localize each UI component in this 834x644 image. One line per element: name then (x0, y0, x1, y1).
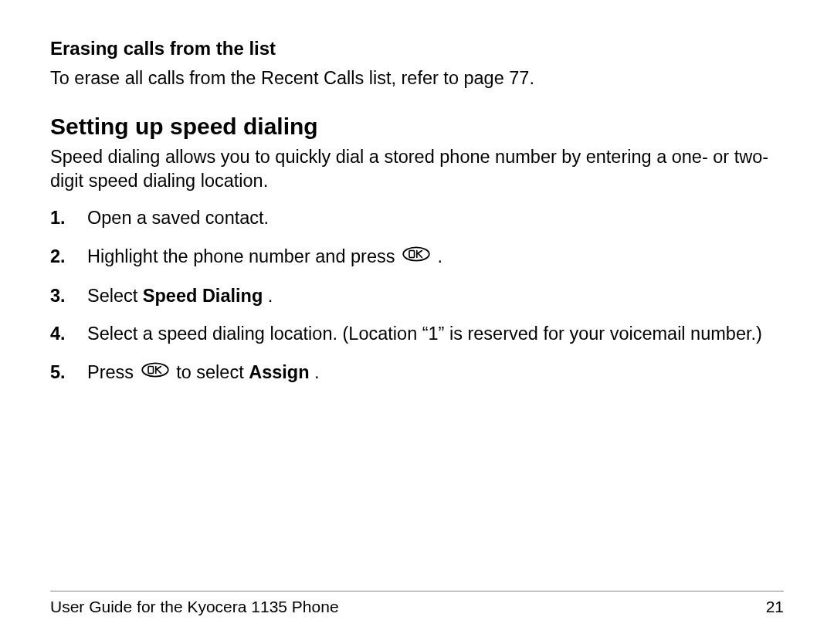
document-page: Erasing calls from the list To erase all… (0, 0, 834, 644)
section-intro: Speed dialing allows you to quickly dial… (50, 145, 784, 194)
footer-left-text: User Guide for the Kyocera 1135 Phone (50, 598, 339, 616)
step-bold: Speed Dialing (143, 286, 263, 306)
step-text: Select a speed dialing location. (Locati… (87, 324, 762, 344)
step-text: Press (87, 362, 139, 382)
steps-list: 1. Open a saved contact. 2. Highlight th… (50, 206, 784, 385)
step-2: 2. Highlight the phone number and press … (50, 245, 784, 270)
step-number: 5. (50, 361, 81, 385)
step-text: Select (87, 286, 143, 306)
step-text: Highlight the phone number and press (87, 246, 400, 266)
step-number: 1. (50, 206, 81, 231)
step-number: 2. (50, 245, 81, 269)
step-text: . (314, 362, 320, 382)
subsection-heading: Erasing calls from the list (50, 37, 784, 60)
svg-rect-3 (148, 366, 154, 373)
footer-page-number: 21 (766, 598, 784, 616)
step-number: 4. (50, 322, 81, 347)
step-text: to select (176, 362, 249, 382)
step-5: 5. Press to select Assign . (50, 361, 784, 386)
ok-button-icon (141, 360, 169, 385)
step-1: 1. Open a saved contact. (50, 206, 784, 231)
ok-button-icon (402, 244, 430, 269)
step-bold: Assign (249, 362, 309, 382)
step-text: . (268, 286, 273, 306)
step-4: 4. Select a speed dialing location. (Loc… (50, 322, 784, 347)
page-footer: User Guide for the Kyocera 1135 Phone 21 (50, 591, 784, 616)
step-text: . (438, 246, 443, 266)
section-heading: Setting up speed dialing (50, 113, 784, 141)
subsection-body: To erase all calls from the Recent Calls… (50, 66, 784, 91)
step-text: Open a saved contact. (87, 208, 269, 228)
svg-rect-1 (409, 250, 415, 257)
step-number: 3. (50, 284, 81, 309)
step-3: 3. Select Speed Dialing . (50, 284, 784, 309)
